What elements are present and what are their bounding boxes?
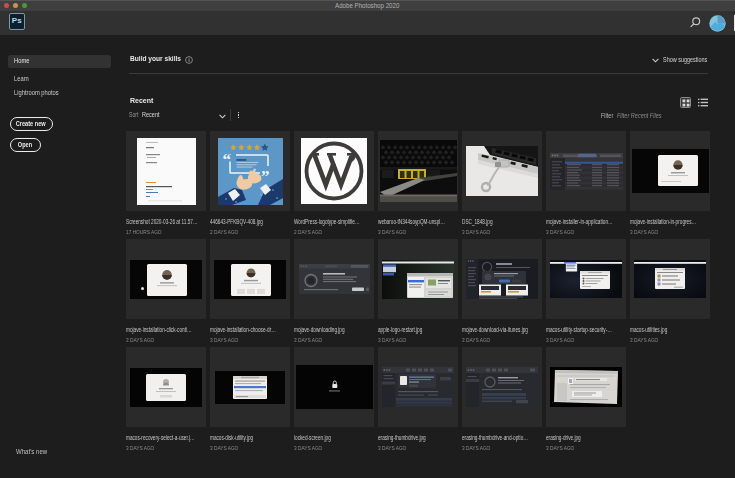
svg-text:”: ” bbox=[261, 166, 270, 185]
svg-text:“: “ bbox=[222, 149, 231, 168]
